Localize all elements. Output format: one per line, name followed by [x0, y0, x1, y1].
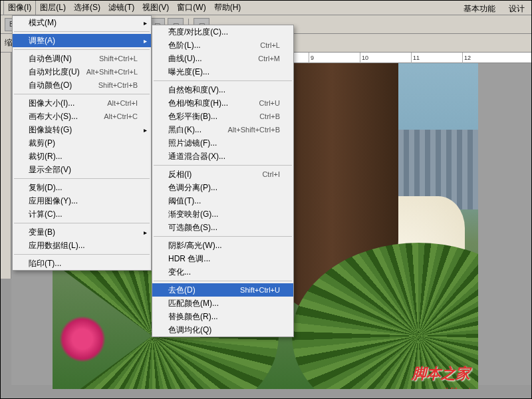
menu-item[interactable]: 显示全部(V) [13, 163, 151, 176]
menu-item[interactable]: 黑白(K)...Alt+Shift+Ctrl+B [152, 123, 293, 136]
menu-item-label: 色相/饱和度(H)... [168, 98, 228, 109]
menu-separator [14, 49, 150, 50]
menu-item-label: 应用数据组(L)... [29, 240, 85, 251]
watermark-url: www.jb51.net [427, 386, 470, 389]
menu-item[interactable]: 色阶(L)...Ctrl+L [152, 39, 293, 52]
menu-item-label: 替换颜色(R)... [168, 311, 218, 323]
menu-item[interactable]: 变化... [152, 265, 293, 279]
menu-item-label: 图像旋转(G) [29, 124, 72, 136]
workspace-tab-design[interactable]: 设计 [505, 2, 529, 16]
menu-item[interactable]: 自动颜色(O)Shift+Ctrl+B [13, 78, 151, 92]
menu-item-label: 反相(I) [168, 169, 192, 180]
menu-item[interactable]: 色相/饱和度(H)...Ctrl+U [152, 96, 293, 110]
menu-item-label: 应用图像(Y)... [29, 196, 78, 207]
menu-item-label: 计算(C)... [29, 209, 63, 220]
menu-shortcut: Ctrl+M [258, 55, 280, 63]
menu-item[interactable]: 阴影/高光(W)... [152, 239, 293, 252]
menu-item-label: 自然饱和度(V)... [168, 84, 225, 96]
menu-shortcut: Shift+Ctrl+L [99, 55, 138, 63]
menu-item[interactable]: 自动色调(N)Shift+Ctrl+L [13, 52, 151, 65]
menu-separator [14, 223, 150, 223]
menu-item[interactable]: 去色(D)Shift+Ctrl+U [152, 283, 293, 297]
menubar-item[interactable]: 窗口(W) [173, 1, 209, 15]
menu-item[interactable]: 色彩平衡(B)...Ctrl+B [152, 110, 293, 123]
menu-shortcut: Ctrl+I [262, 170, 280, 178]
menubar-item[interactable]: 滤镜(T) [104, 1, 138, 15]
menu-item[interactable]: 阈值(T)... [152, 194, 293, 207]
menu-item[interactable]: 照片滤镜(F)... [152, 136, 293, 150]
toolbox[interactable] [1, 53, 11, 279]
workspace-tab-basic[interactable]: 基本功能 [460, 2, 499, 16]
menu-item-label: 自动对比度(U) [29, 66, 80, 78]
menu-item[interactable]: 自然饱和度(V)... [152, 83, 293, 96]
menu-item[interactable]: 亮度/对比度(C)... [152, 25, 293, 39]
menu-item[interactable]: 色调均化(Q) [152, 323, 293, 336]
menu-item[interactable]: 计算(C)... [13, 207, 151, 221]
menu-item-label: 曝光度(E)... [168, 66, 209, 78]
menu-item[interactable]: 图像旋转(G) [13, 123, 151, 136]
menu-item-label: 照片滤镜(F)... [168, 138, 217, 149]
menu-shortcut: Shift+Ctrl+B [98, 81, 138, 89]
menubar-item[interactable]: 图层(L) [36, 1, 70, 15]
menu-item[interactable]: 色调分离(P)... [152, 181, 293, 194]
menu-separator [14, 94, 150, 94]
menu-item[interactable]: 调整(A) [13, 34, 151, 47]
workspace-tabs: 基本功能 设计 [460, 2, 529, 16]
menu-item-label: 图像大小(I)... [29, 98, 74, 109]
menu-item[interactable]: 反相(I)Ctrl+I [152, 168, 293, 181]
menu-shortcut: Ctrl+L [260, 41, 280, 49]
menu-item[interactable]: 可选颜色(S)... [152, 221, 293, 234]
menu-item[interactable]: 画布大小(S)...Alt+Ctrl+C [13, 110, 151, 123]
menu-shortcut: Ctrl+B [259, 112, 280, 120]
menu-item[interactable]: 曝光度(E)... [152, 65, 293, 78]
menu-item-label: 自动颜色(O) [29, 80, 72, 91]
menu-item-label: 匹配颜色(M)... [168, 298, 219, 309]
menu-shortcut: Alt+Shift+Ctrl+L [86, 68, 138, 76]
menu-item[interactable]: 裁切(R)... [13, 150, 151, 163]
menu-item-label: 裁切(R)... [29, 151, 63, 162]
menu-item-label: 画布大小(S)... [29, 111, 78, 122]
menu-item-label: 渐变映射(G)... [168, 209, 218, 220]
ruler-tick: 9 [309, 53, 360, 63]
menu-item[interactable]: 变量(B) [13, 225, 151, 239]
menu-item[interactable]: 通道混合器(X)... [152, 150, 293, 163]
image-menu: 模式(M)调整(A)自动色调(N)Shift+Ctrl+L自动对比度(U)Alt… [12, 15, 152, 271]
menu-item-label: 可选颜色(S)... [168, 222, 217, 233]
menubar-item[interactable]: 图像(I) [3, 0, 36, 15]
menu-item[interactable]: 裁剪(P) [13, 136, 151, 150]
menu-separator [154, 165, 292, 166]
watermark-text: 脚本之家 [412, 364, 470, 384]
menu-separator [154, 236, 292, 237]
menu-item[interactable]: 图像大小(I)...Alt+Ctrl+I [13, 96, 151, 110]
menu-separator [14, 31, 150, 32]
menu-item-label: 变化... [168, 267, 191, 278]
menu-item-label: 通道混合器(X)... [168, 151, 225, 162]
photo-content [59, 316, 106, 362]
menu-item[interactable]: 匹配颜色(M)... [152, 297, 293, 310]
menubar-item[interactable]: 视图(V) [138, 1, 173, 15]
menu-shortcut: Alt+Ctrl+C [104, 112, 138, 120]
ruler-tick: 12 [462, 53, 513, 63]
menu-item-label: 陷印(T)... [29, 258, 61, 269]
menu-item-label: 变量(B) [29, 227, 55, 238]
menu-separator [14, 178, 150, 179]
menubar-item[interactable]: 帮助(H) [210, 1, 245, 15]
menu-item[interactable]: 渐变映射(G)... [152, 207, 293, 221]
menu-shortcut: Alt+Shift+Ctrl+B [227, 126, 280, 134]
menu-item[interactable]: 陷印(T)... [13, 257, 151, 270]
menubar: 图像(I)图层(L)选择(S)滤镜(T)视图(V)窗口(W)帮助(H) [1, 1, 531, 15]
menu-item[interactable]: 复制(D)... [13, 181, 151, 194]
menubar-item[interactable]: 选择(S) [70, 1, 104, 15]
menu-item-label: 色调分离(P)... [168, 182, 217, 194]
menu-item[interactable]: 替换颜色(R)... [152, 310, 293, 323]
menu-item-label: 自动色调(N) [29, 53, 72, 65]
menu-item-label: 亮度/对比度(C)... [168, 27, 228, 38]
ruler-tick: 10 [360, 53, 411, 63]
menu-item[interactable]: 应用图像(Y)... [13, 194, 151, 207]
menu-item[interactable]: HDR 色调... [152, 252, 293, 265]
menu-item[interactable]: 模式(M) [13, 16, 151, 29]
menu-item[interactable]: 应用数据组(L)... [13, 239, 151, 252]
menu-item[interactable]: 自动对比度(U)Alt+Shift+Ctrl+L [13, 65, 151, 78]
menu-item[interactable]: 曲线(U)...Ctrl+M [152, 52, 293, 65]
menu-separator [154, 80, 292, 81]
